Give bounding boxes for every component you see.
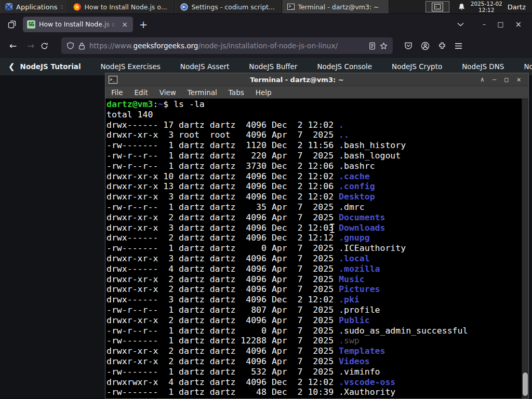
file-name: .config <box>339 181 375 191</box>
nav-scroll-left-icon[interactable]: ❮ <box>5 62 18 71</box>
text-cursor-ibeam <box>329 223 335 233</box>
user-menu[interactable]: Dartz <box>508 3 527 11</box>
nav-link[interactable]: NodeJS Buffer <box>239 62 307 71</box>
terminal-output-line: -rw------- 1 dartz dartz 532 Apr 7 2025 … <box>107 367 468 377</box>
terminal-output-line: drwxr-xr-x 2 dartz dartz 4096 Apr 7 2025… <box>107 274 468 285</box>
firefox-icon <box>73 3 81 11</box>
tab-close-icon[interactable]: × <box>121 20 129 29</box>
menu-file[interactable]: File <box>105 88 129 97</box>
terminal-icon: >_ <box>287 4 295 10</box>
nav-link[interactable]: NodeJS Console <box>307 62 382 71</box>
terminal-icon: >_ <box>434 4 441 9</box>
scrollbar-thumb[interactable] <box>523 373 528 396</box>
terminal-output-line: drwxr-xr-x 2 dartz dartz 4096 Apr 7 2025… <box>107 284 468 295</box>
panel-clock[interactable]: 2025-12-02 12:12 <box>471 1 502 13</box>
terminal-output-line: -rw-rw-r-- 1 dartz dartz 9529 Dec 2 10:4… <box>107 397 468 398</box>
forward-button[interactable]: → <box>23 41 38 51</box>
terminal-output-line: -rw------- 1 dartz dartz 12288 Apr 7 202… <box>107 336 468 346</box>
file-name: .cache <box>339 171 370 181</box>
account-icon[interactable] <box>421 42 430 50</box>
file-name: Downloads <box>339 223 385 233</box>
url-path: /node-js/installation-of-node-js-on-linu… <box>198 42 338 50</box>
bookmark-star-icon[interactable] <box>380 42 388 50</box>
taskbar-item-label: Terminal - dartz@vm3: ~ <box>298 3 379 11</box>
list-tabs-chevron-icon[interactable] <box>457 22 464 26</box>
firefox-view-icon[interactable] <box>4 17 20 32</box>
terminal-text: dartz@vm3:~$ ls -latotal 140drwx------ 1… <box>107 99 468 398</box>
terminal-output-line: -rw-r--r-- 1 dartz dartz 35 Apr 7 2025 .… <box>107 202 468 212</box>
file-name: .profile <box>339 305 380 315</box>
top-panel: Applications How to Install Node.js o...… <box>0 0 532 14</box>
maximize-window-button[interactable]: □ <box>500 76 512 83</box>
tracking-shield-icon[interactable] <box>66 42 74 50</box>
lock-icon[interactable] <box>78 42 85 50</box>
terminal-output-line: drwxr-xr-x 2 dartz dartz 4096 Apr 7 2025… <box>107 212 468 223</box>
terminal-icon: >_ <box>109 76 117 84</box>
close-button[interactable]: × <box>515 20 522 29</box>
nav-link[interactable]: Node <box>514 62 532 71</box>
notification-bell-icon[interactable] <box>458 3 466 11</box>
menu-edit[interactable]: Edit <box>129 88 154 97</box>
terminal-scrollbar[interactable] <box>522 99 528 398</box>
file-name: Videos <box>339 356 370 366</box>
terminal-output-line: drwxr-xr-x 3 root root 4096 Apr 7 2025 .… <box>107 130 468 140</box>
browser-tab[interactable]: GG How to Install Node.js on × <box>23 17 133 32</box>
url-bar[interactable]: https://www.geeksforgeeks.org/node-js/in… <box>61 37 393 54</box>
taskbar-item-vscodium[interactable]: Settings - codium script... <box>175 0 282 14</box>
minimize-window-button[interactable]: – <box>488 76 500 83</box>
vscodium-icon <box>180 3 188 11</box>
new-tab-button[interactable]: + <box>136 19 151 30</box>
workspace-window-thumb: >_ <box>432 3 443 11</box>
file-name: .local <box>339 254 370 263</box>
taskbar-item-firefox[interactable]: How to Install Node.js o... <box>68 0 175 14</box>
pocket-save-icon[interactable] <box>404 42 413 50</box>
menu-hamburger-icon[interactable] <box>455 43 462 49</box>
desktop: Applications How to Install Node.js o...… <box>0 0 532 399</box>
terminal-output-line: -rw------- 1 dartz dartz 48 Dec 2 10:39 … <box>107 387 468 397</box>
minimize-button[interactable]: – <box>483 20 486 28</box>
file-name: .bash_history <box>339 140 406 150</box>
clock-time: 12:12 <box>471 7 502 13</box>
panel-grip <box>60 5 63 9</box>
nav-link[interactable]: NodeJS Crypto <box>382 62 452 71</box>
applications-menu-button[interactable]: Applications <box>0 0 68 14</box>
extensions-icon[interactable] <box>438 42 446 50</box>
nav-link[interactable]: NodeJS Assert <box>170 62 240 71</box>
nav-links: NodeJS TutorialNodeJS ExercisesNodeJS As… <box>18 62 532 71</box>
nav-link[interactable]: NodeJS Exercises <box>91 62 170 71</box>
menu-terminal[interactable]: Terminal <box>182 88 223 97</box>
file-name: Templates <box>339 346 385 356</box>
close-window-button[interactable]: × <box>513 75 525 84</box>
taskbar-item-label: Settings - codium script... <box>191 3 274 11</box>
shade-window-button[interactable]: ∧ <box>476 76 488 83</box>
file-name: Music <box>339 274 365 284</box>
maximize-button[interactable]: □ <box>497 20 503 28</box>
url-scheme: https://www. <box>89 42 134 50</box>
clock-date: 2025-12-02 <box>471 1 502 7</box>
file-name: Public <box>339 315 370 325</box>
nav-link[interactable]: NodeJS Tutorial <box>18 62 91 71</box>
terminal-output-line: drwxr-xr-x 2 dartz dartz 4096 Apr 7 2025… <box>107 346 468 356</box>
terminal-output-area[interactable]: dartz@vm3:~$ ls -latotal 140drwx------ 1… <box>105 99 528 398</box>
terminal-output-line: -rw------- 1 dartz dartz 1120 Dec 2 11:5… <box>107 140 468 151</box>
menu-tabs[interactable]: Tabs <box>223 88 250 97</box>
taskbar-item-label: How to Install Node.js o... <box>84 3 167 11</box>
menu-help[interactable]: Help <box>250 88 277 97</box>
terminal-titlebar[interactable]: >_ Terminal - dartz@vm3: ~ ∧ – □ × <box>105 73 528 86</box>
back-button[interactable]: ← <box>5 41 21 51</box>
terminal-output-line: drwx------ 17 dartz dartz 4096 Dec 2 12:… <box>107 120 468 130</box>
file-name: .mozilla <box>339 264 380 274</box>
terminal-window-title: Terminal - dartz@vm3: ~ <box>117 76 476 84</box>
workspace-pager[interactable]: >_ <box>425 1 449 12</box>
terminal-window: >_ Terminal - dartz@vm3: ~ ∧ – □ × File … <box>105 73 529 399</box>
terminal-output-line: -rw-r--r-- 1 dartz dartz 3730 Dec 2 12:0… <box>107 161 468 171</box>
menu-view[interactable]: View <box>154 88 182 97</box>
file-name: .xscreensaver <box>339 397 406 398</box>
reload-button[interactable] <box>41 42 56 50</box>
nav-link[interactable]: NodeJS DNS <box>452 62 514 71</box>
navigation-toolbar: ← → https://www.geeksforgeeks.org/node-j… <box>0 34 532 57</box>
reader-mode-icon[interactable] <box>369 42 376 50</box>
browser-window-controls: – □ × <box>457 20 528 29</box>
taskbar-item-terminal[interactable]: >_ Terminal - dartz@vm3: ~ <box>282 0 389 14</box>
terminal-output-line: drwxr-xr-x 3 dartz dartz 4096 Dec 2 12:0… <box>107 192 468 202</box>
